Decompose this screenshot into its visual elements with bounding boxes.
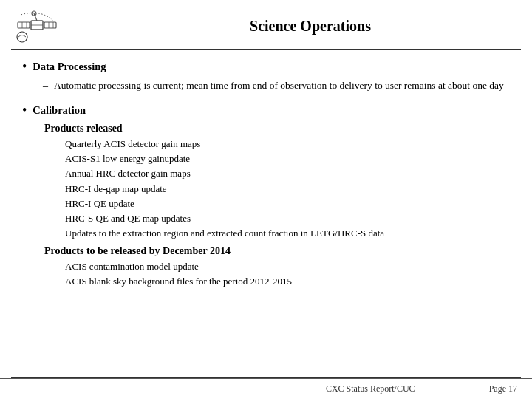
svg-rect-4 xyxy=(44,22,56,28)
list-item: ACIS contamination model update xyxy=(65,259,510,274)
calibration-section: • Calibration Products released Quarterl… xyxy=(22,103,510,290)
page-title: Science Operations xyxy=(59,18,517,35)
products-released-block: Products released Quarterly ACIS detecto… xyxy=(44,123,510,241)
list-item: Annual HRC detector gain maps xyxy=(65,166,510,181)
svg-rect-1 xyxy=(18,22,30,28)
products-future-list: ACIS contamination model updateACIS blan… xyxy=(65,259,510,289)
list-item: Updates to the extraction region and ext… xyxy=(65,226,510,241)
list-item: Quarterly ACIS detector gain maps xyxy=(65,137,510,151)
data-processing-sub: – Automatic processing is current; mean … xyxy=(43,78,510,94)
list-item: HRC-I QE update xyxy=(65,197,510,211)
data-processing-bullet: • Data Processing xyxy=(22,59,510,75)
header: Science Operations xyxy=(0,0,532,49)
list-item: HRC-I de-gap map update xyxy=(65,182,510,197)
data-processing-section: • Data Processing – Automatic processing… xyxy=(22,59,510,94)
footer-page-number: Page 17 xyxy=(489,383,517,395)
calibration-label: Calibration xyxy=(33,103,86,117)
list-item: ACIS blank sky background files for the … xyxy=(65,274,510,289)
main-content: • Data Processing – Automatic processing… xyxy=(0,50,532,377)
data-processing-detail: Automatic processing is current; mean ti… xyxy=(54,78,504,94)
list-item: ACIS-S1 low energy gainupdate xyxy=(65,151,510,166)
footer: CXC Status Report/CUC Page 17 xyxy=(0,378,532,399)
footer-center-text: CXC Status Report/CUC xyxy=(252,383,489,395)
data-processing-label: Data Processing xyxy=(33,59,106,74)
products-released-list: Quarterly ACIS detector gain mapsACIS-S1… xyxy=(65,137,510,241)
bullet-dot-2: • xyxy=(22,103,27,119)
page-container: Science Operations • Data Processing – A… xyxy=(0,0,532,399)
calibration-bullet: • Calibration xyxy=(22,103,510,119)
products-released-heading: Products released xyxy=(44,123,510,134)
products-future-heading: Products to be released by December 2014 xyxy=(44,245,510,257)
products-future-block: Products to be released by December 2014… xyxy=(44,245,510,289)
satellite-icon xyxy=(15,7,59,44)
bullet-dot-1: • xyxy=(22,59,27,75)
sub-dash-1: – xyxy=(43,78,48,94)
list-item: HRC-S QE and QE map updates xyxy=(65,211,510,226)
